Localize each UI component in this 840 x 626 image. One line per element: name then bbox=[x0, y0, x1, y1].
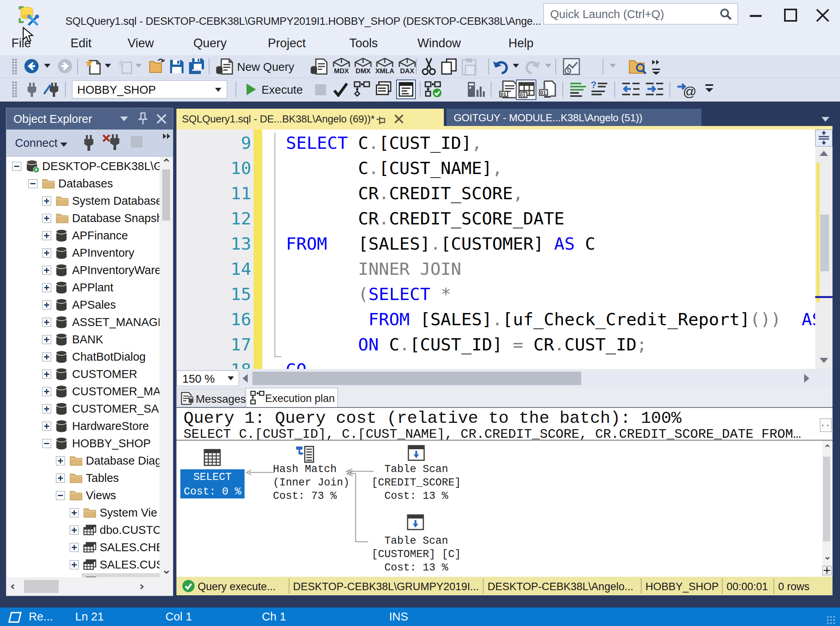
plan-node-hash-match-icon[interactable] bbox=[295, 445, 315, 464]
activity-monitor-icon[interactable] bbox=[562, 57, 580, 76]
collapse-icon[interactable] bbox=[56, 491, 65, 500]
code-line-13[interactable]: 13FROM [SALES].[CUSTOMER] AS C bbox=[176, 231, 815, 256]
live-query-statistics-button[interactable] bbox=[425, 81, 443, 98]
expand-icon[interactable] bbox=[42, 387, 51, 396]
code-line-17[interactable]: 17 ON C.[CUST_ID] = CR.CUST_ID; bbox=[176, 332, 815, 357]
database-selector[interactable]: HOBBY_SHOP bbox=[72, 80, 227, 98]
database-query-icon[interactable] bbox=[310, 57, 328, 75]
tree-item-dbo-custc[interactable]: dbo.CUSTC bbox=[6, 521, 160, 539]
pin-icon[interactable] bbox=[376, 114, 385, 124]
tab-goitguy[interactable]: GOITGUY - MODULE...K38L\Angelo (51)) bbox=[447, 109, 701, 126]
results-to-text-button[interactable]: 01 bbox=[499, 80, 517, 98]
splitter-handle-icon[interactable] bbox=[815, 130, 833, 146]
new-dmx-query-button[interactable]: DMX bbox=[354, 57, 373, 76]
new-query-button[interactable] bbox=[216, 57, 233, 75]
tree-item-customer-sali[interactable]: CUSTOMER_SALI bbox=[6, 400, 160, 417]
comment-lines-button[interactable] bbox=[569, 81, 587, 98]
tree-item-system-database[interactable]: System Database bbox=[6, 192, 160, 209]
open-file-button[interactable] bbox=[148, 57, 165, 75]
tree-item-asset-manage[interactable]: ASSET_MANAGE bbox=[6, 313, 160, 331]
sql-editor[interactable]: 9SELECT C.[CUST_ID],10 C.[CUST_NAME],11 … bbox=[176, 130, 833, 369]
scrollbar-thumb[interactable] bbox=[820, 215, 829, 271]
new-file-dropdown[interactable] bbox=[105, 64, 111, 68]
new-mdx-query-button[interactable]: MDX bbox=[332, 57, 351, 76]
increase-indent-button[interactable] bbox=[645, 82, 664, 97]
tree-item-databases[interactable]: Databases bbox=[6, 175, 160, 192]
scrollbar-thumb[interactable] bbox=[162, 169, 170, 220]
close-icon[interactable] bbox=[156, 113, 167, 124]
tree-item-apfinance[interactable]: APFinance bbox=[6, 227, 160, 244]
save-button[interactable] bbox=[169, 58, 184, 74]
expand-icon[interactable] bbox=[42, 335, 51, 344]
oe-toolbar-overflow-icon[interactable] bbox=[162, 133, 172, 141]
new-dax-query-button[interactable]: DAX bbox=[398, 57, 417, 76]
scrollbar-thumb[interactable] bbox=[823, 457, 830, 541]
tab-list-chevron-icon[interactable] bbox=[821, 117, 830, 122]
toolbar-grip[interactable] bbox=[12, 81, 17, 98]
client-statistics-button[interactable] bbox=[467, 81, 485, 98]
plan-vertical-scrollbar[interactable]: ⌃ ⌄ bbox=[822, 441, 831, 577]
plan-node-select[interactable]: SELECT Cost: 0 % bbox=[180, 469, 245, 498]
object-explorer-title-bar[interactable]: Object Explorer bbox=[6, 108, 173, 130]
expand-icon[interactable] bbox=[42, 300, 51, 309]
change-connection-button[interactable] bbox=[43, 81, 61, 98]
menu-query[interactable]: Query bbox=[193, 36, 226, 50]
menu-window[interactable]: Window bbox=[417, 36, 461, 50]
scroll-down-icon[interactable]: ⌄ bbox=[823, 552, 831, 561]
cancel-query-button-disabled[interactable] bbox=[315, 84, 326, 95]
code-line-18[interactable]: 18GO bbox=[176, 357, 815, 369]
scroll-left-icon[interactable] bbox=[243, 374, 248, 383]
navigate-backward-dropdown[interactable] bbox=[44, 64, 50, 68]
decrease-indent-button[interactable] bbox=[621, 82, 640, 97]
tree-item-database-diag[interactable]: Database Diag bbox=[6, 452, 160, 469]
tree-item-sales-chec[interactable]: SALES.CHEC bbox=[6, 539, 160, 556]
expand-icon[interactable] bbox=[70, 560, 79, 569]
collapse-icon[interactable] bbox=[12, 162, 21, 171]
scroll-right-icon[interactable] bbox=[804, 374, 809, 383]
expand-icon[interactable] bbox=[42, 422, 51, 431]
collapse-icon[interactable] bbox=[28, 179, 37, 188]
paste-icon-disabled[interactable] bbox=[461, 57, 477, 76]
execute-label[interactable]: Execute bbox=[261, 83, 303, 96]
new-query-label[interactable]: New Query bbox=[237, 61, 294, 74]
tree-item-tables[interactable]: Tables bbox=[6, 469, 160, 487]
undo-dropdown-caret[interactable] bbox=[513, 64, 519, 68]
execution-plan-canvas[interactable]: SELECT Cost: 0 % Hash Match(Inner Join)C… bbox=[176, 441, 833, 577]
minimize-button[interactable] bbox=[747, 9, 765, 22]
zoom-selector[interactable]: 150 % bbox=[176, 370, 239, 386]
plan-node-table-scan-icon[interactable] bbox=[407, 444, 426, 462]
tree-item-hobby-shop[interactable]: HOBBY_SHOP bbox=[6, 435, 160, 452]
window-position-chevron-icon[interactable] bbox=[120, 116, 128, 122]
execute-button[interactable] bbox=[245, 83, 257, 96]
navigate-backward-button[interactable] bbox=[24, 58, 39, 74]
expand-icon[interactable] bbox=[56, 456, 65, 465]
save-all-button[interactable] bbox=[187, 57, 205, 75]
code-line-9[interactable]: 9SELECT C.[CUST_ID], bbox=[176, 130, 815, 156]
specify-values-template-button[interactable]: @ bbox=[677, 81, 695, 98]
stop-icon-disabled[interactable] bbox=[131, 136, 143, 148]
quick-launch-input[interactable]: Quick Launch (Ctrl+Q) bbox=[543, 3, 738, 24]
collapse-icon[interactable] bbox=[42, 439, 51, 448]
tree-item-views[interactable]: Views bbox=[6, 487, 160, 504]
results-to-file-button[interactable]: 01 bbox=[539, 80, 557, 98]
scroll-right-icon[interactable]: › bbox=[139, 580, 144, 592]
maximize-button[interactable] bbox=[781, 9, 799, 22]
resize-grip[interactable] bbox=[826, 615, 835, 624]
menu-project[interactable]: Project bbox=[268, 36, 306, 50]
tree-item-customer[interactable]: CUSTOMER bbox=[6, 365, 160, 383]
scrollbar-thumb[interactable] bbox=[252, 372, 581, 385]
expand-icon[interactable] bbox=[42, 404, 51, 413]
copy-icon[interactable] bbox=[440, 57, 458, 76]
tree-item-hardwarestore[interactable]: HardwareStore bbox=[6, 417, 160, 435]
tree-item-customer-mas[interactable]: CUSTOMER_MAS bbox=[6, 383, 160, 400]
tree-item-applant[interactable]: APPlant bbox=[6, 279, 160, 296]
plan-zoom-button[interactable]: + bbox=[822, 566, 832, 575]
pin-icon[interactable] bbox=[138, 112, 148, 126]
toolbar-overflow-icon[interactable] bbox=[651, 59, 662, 76]
scroll-down-icon[interactable] bbox=[820, 358, 828, 363]
scroll-up-icon[interactable]: ⌃ bbox=[161, 157, 171, 169]
add-item-button-disabled[interactable] bbox=[117, 58, 134, 75]
scroll-up-icon[interactable] bbox=[820, 151, 828, 156]
tab-messages[interactable]: Messages bbox=[177, 389, 245, 407]
scroll-up-icon[interactable]: ⌃ bbox=[823, 444, 831, 453]
